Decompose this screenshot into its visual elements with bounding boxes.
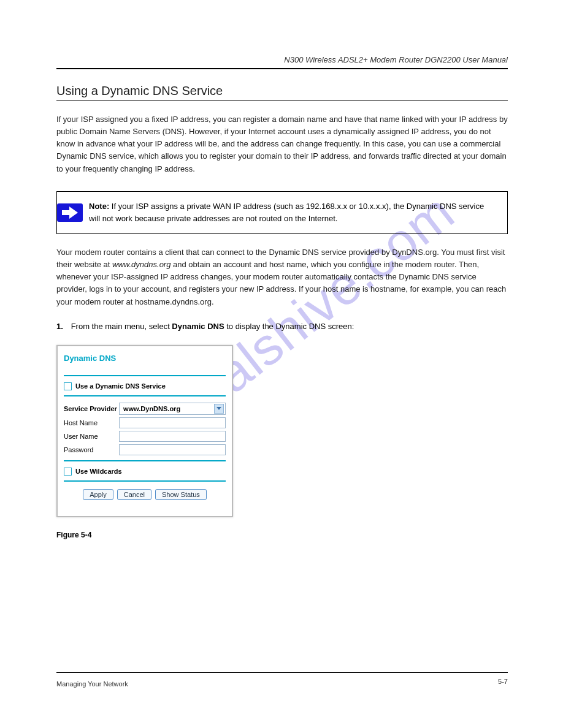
apply-button[interactable]: Apply <box>83 489 113 500</box>
dynamic-dns-screenshot: Dynamic DNS Use a Dynamic DNS Service Se… <box>56 345 233 517</box>
intro-paragraph: If your ISP assigned you a fixed IP addr… <box>56 113 508 175</box>
use-wildcards-row[interactable]: Use Wildcards <box>64 468 226 476</box>
footer-rule <box>56 672 508 673</box>
password-label: Password <box>64 446 119 453</box>
dyndns-url: www.dyndns.org <box>112 260 170 269</box>
note-label: Note: <box>89 202 109 211</box>
service-provider-label: Service Provider <box>64 405 119 412</box>
step-number: 1. <box>56 320 69 333</box>
service-provider-row: Service Provider www.DynDNS.org <box>64 403 226 415</box>
section-rule <box>56 100 508 101</box>
chevron-down-icon[interactable] <box>214 404 224 414</box>
page-number: 5-7 <box>498 678 508 685</box>
page-footer: 5-7 Managing Your Network <box>56 672 508 689</box>
doc-header-title: N300 Wireless ADSL2+ Modem Router DGN220… <box>56 55 508 64</box>
header-rule <box>56 68 508 69</box>
panel-divider-2 <box>64 395 226 396</box>
use-ddns-row[interactable]: Use a Dynamic DNS Service <box>64 382 226 390</box>
step-text-post: to display the Dynamic DNS screen: <box>226 322 354 331</box>
panel-button-row: Apply Cancel Show Status <box>64 489 226 500</box>
use-wildcards-checkbox[interactable] <box>64 468 72 476</box>
service-provider-value: www.DynDNS.org <box>123 405 180 412</box>
panel-divider-1 <box>64 375 226 376</box>
password-input[interactable] <box>119 444 226 455</box>
description-paragraph: Your modem router contains a client that… <box>56 246 508 308</box>
step-text-pre: From the main menu, select <box>71 322 172 331</box>
use-ddns-label: Use a Dynamic DNS Service <box>75 382 166 390</box>
service-provider-select[interactable]: www.DynDNS.org <box>119 403 226 415</box>
host-name-input[interactable] <box>119 417 226 428</box>
step-1: 1. From the main menu, select Dynamic DN… <box>56 320 508 333</box>
show-status-button[interactable]: Show Status <box>155 489 207 500</box>
page-container: N300 Wireless ADSL2+ Modem Router DGN220… <box>0 0 563 728</box>
password-row: Password <box>64 444 226 455</box>
note-body: If your ISP assigns a private WAN IP add… <box>89 202 484 223</box>
panel-divider-3 <box>64 460 226 461</box>
cancel-button[interactable]: Cancel <box>117 489 151 500</box>
host-name-label: Host Name <box>64 419 119 427</box>
use-ddns-checkbox[interactable] <box>64 382 72 390</box>
figure-caption: Figure 5-4 <box>56 531 508 539</box>
panel-divider-4 <box>64 480 226 482</box>
section-heading: Using a Dynamic DNS Service <box>56 84 508 98</box>
panel-title: Dynamic DNS <box>64 354 226 363</box>
use-wildcards-label: Use Wildcards <box>75 468 122 475</box>
note-box: Note: If your ISP assigns a private WAN … <box>56 191 508 234</box>
arrow-right-icon <box>57 203 83 222</box>
note-icon-cell <box>57 192 83 233</box>
step-text-bold: Dynamic DNS <box>172 322 224 331</box>
note-text: Note: If your ISP assigns a private WAN … <box>83 192 507 233</box>
footer-section-name: Managing Your Network <box>56 680 128 688</box>
user-name-row: User Name <box>64 431 226 442</box>
user-name-input[interactable] <box>119 431 226 442</box>
host-name-row: Host Name <box>64 417 226 428</box>
user-name-label: User Name <box>64 433 119 440</box>
